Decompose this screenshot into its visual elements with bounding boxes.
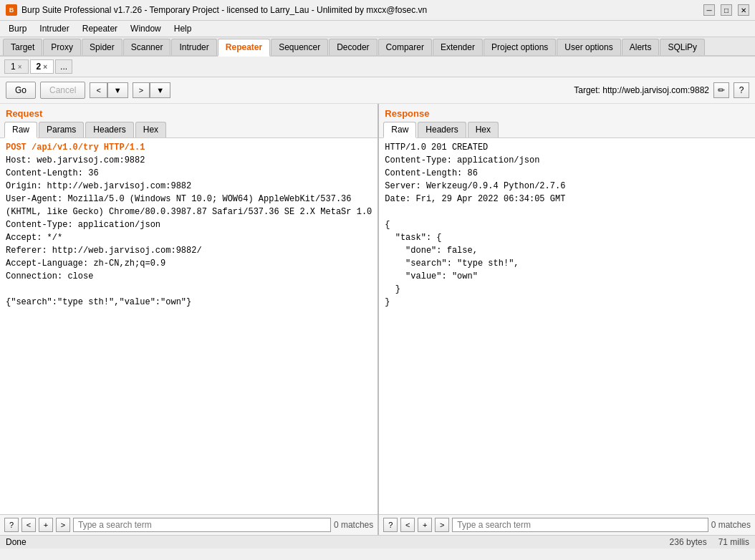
maximize-button[interactable]: □ xyxy=(721,4,732,16)
sub-tab-1[interactable]: 1 × xyxy=(4,59,29,74)
cancel-button[interactable]: Cancel xyxy=(40,82,85,99)
sub-tab-1-label: 1 xyxy=(11,62,16,72)
menu-intruder[interactable]: Intruder xyxy=(34,22,74,35)
response-tab-headers[interactable]: Headers xyxy=(418,122,466,137)
tab-proxy[interactable]: Proxy xyxy=(43,39,81,55)
target-edit-button[interactable]: ✏ xyxy=(713,82,729,98)
menu-repeater[interactable]: Repeater xyxy=(77,22,123,35)
request-search-matches: 0 matches xyxy=(334,520,373,530)
target-help-button[interactable]: ? xyxy=(734,82,749,98)
request-panel: Request Raw Params Headers Hex POST /api… xyxy=(0,104,379,535)
tab-sqlipy[interactable]: SQLiPy xyxy=(660,39,705,55)
response-time: 71 millis xyxy=(718,537,749,547)
request-tab-headers[interactable]: Headers xyxy=(85,122,133,137)
minimize-button[interactable]: ─ xyxy=(703,4,715,16)
request-search-prev[interactable]: < xyxy=(21,518,36,532)
target-prefix: Target: xyxy=(574,85,602,95)
response-tabs: Raw Headers Hex xyxy=(379,120,755,138)
request-content[interactable]: POST /api/v1.0/try HTTP/1.1 Host: web.ja… xyxy=(0,138,378,514)
target-label: Target: http://web.jarvisoj.com:9882 xyxy=(574,85,709,95)
tab-target[interactable]: Target xyxy=(3,39,42,55)
target-value: http://web.jarvisoj.com:9882 xyxy=(602,85,709,95)
response-tab-hex[interactable]: Hex xyxy=(468,122,499,137)
sub-tab-2-close[interactable]: × xyxy=(43,63,47,71)
sub-tabs: 1 × 2 × ... xyxy=(0,57,755,77)
tab-extender[interactable]: Extender xyxy=(433,39,483,55)
tab-scanner[interactable]: Scanner xyxy=(123,39,171,55)
menu-window[interactable]: Window xyxy=(125,22,167,35)
response-search-matches: 0 matches xyxy=(711,520,751,530)
back-button[interactable]: < xyxy=(90,82,107,98)
response-search-bar: ? < + > 0 matches xyxy=(379,514,755,535)
go-button[interactable]: Go xyxy=(6,82,36,99)
close-button[interactable]: ✕ xyxy=(738,4,749,16)
title-bar-title: Burp Suite Professional v1.7.26 - Tempor… xyxy=(21,5,427,15)
menu-help[interactable]: Help xyxy=(168,22,198,35)
tab-alerts[interactable]: Alerts xyxy=(622,39,660,55)
back-nav: < ▼ xyxy=(90,82,128,98)
request-tab-params[interactable]: Params xyxy=(39,122,84,137)
sub-tab-2[interactable]: 2 × xyxy=(30,59,54,74)
response-panel: Response Raw Headers Hex HTTP/1.0 201 CR… xyxy=(379,104,755,535)
sub-tab-2-label: 2 xyxy=(37,62,42,72)
response-content[interactable]: HTTP/1.0 201 CREATED Content-Type: appli… xyxy=(379,138,755,514)
request-search-bar: ? < + > 0 matches xyxy=(0,514,378,535)
tab-decoder[interactable]: Decoder xyxy=(329,39,377,55)
response-search-help[interactable]: ? xyxy=(383,518,398,532)
menu-burp[interactable]: Burp xyxy=(3,22,32,35)
response-search-prev[interactable]: < xyxy=(400,518,415,532)
request-scroll-container: POST /api/v1.0/try HTTP/1.1 Host: web.ja… xyxy=(0,138,378,514)
status-text: Done xyxy=(6,537,27,547)
sub-tab-more[interactable]: ... xyxy=(55,59,72,74)
response-search-next[interactable]: > xyxy=(435,518,449,532)
request-tab-hex[interactable]: Hex xyxy=(135,122,166,137)
response-title: Response xyxy=(379,104,755,120)
menu-bar: Burp Intruder Repeater Window Help xyxy=(0,21,755,37)
request-tab-raw[interactable]: Raw xyxy=(4,122,37,138)
response-search-input[interactable] xyxy=(452,518,708,532)
response-search-add[interactable]: + xyxy=(418,518,432,532)
toolbar: Go Cancel < ▼ > ▼ Target: http://web.jar… xyxy=(0,77,755,104)
request-search-help[interactable]: ? xyxy=(4,518,19,532)
app-logo: B xyxy=(6,4,17,16)
request-title: Request xyxy=(0,104,378,120)
forward-dropdown-button[interactable]: ▼ xyxy=(150,82,170,98)
tab-comparer[interactable]: Comparer xyxy=(378,39,432,55)
forward-nav: > ▼ xyxy=(133,82,170,98)
tab-sequencer[interactable]: Sequencer xyxy=(271,39,328,55)
tab-user-options[interactable]: User options xyxy=(557,39,620,55)
response-scroll-container: HTTP/1.0 201 CREATED Content-Type: appli… xyxy=(379,138,755,514)
response-size: 236 bytes xyxy=(670,537,707,547)
status-right: 236 bytes 71 millis xyxy=(670,537,749,547)
main-tabs: Target Proxy Spider Scanner Intruder Rep… xyxy=(0,37,755,57)
request-search-input[interactable] xyxy=(73,518,331,532)
forward-button[interactable]: > xyxy=(133,82,150,98)
response-tab-raw[interactable]: Raw xyxy=(383,122,416,138)
tab-repeater[interactable]: Repeater xyxy=(218,39,270,57)
request-search-add[interactable]: + xyxy=(39,518,53,532)
status-bar: Done 236 bytes 71 millis xyxy=(0,535,755,549)
title-bar-controls[interactable]: ─ □ ✕ xyxy=(703,4,749,16)
title-bar-left: B Burp Suite Professional v1.7.26 - Temp… xyxy=(6,4,427,16)
tab-intruder[interactable]: Intruder xyxy=(171,39,216,55)
request-tabs: Raw Params Headers Hex xyxy=(0,120,378,138)
sub-tab-1-close[interactable]: × xyxy=(18,63,22,71)
content-area: Request Raw Params Headers Hex POST /api… xyxy=(0,104,755,535)
title-bar: B Burp Suite Professional v1.7.26 - Temp… xyxy=(0,0,755,21)
back-dropdown-button[interactable]: ▼ xyxy=(107,82,128,98)
tab-project-options[interactable]: Project options xyxy=(484,39,556,55)
tab-spider[interactable]: Spider xyxy=(82,39,122,55)
request-search-next[interactable]: > xyxy=(56,518,70,532)
